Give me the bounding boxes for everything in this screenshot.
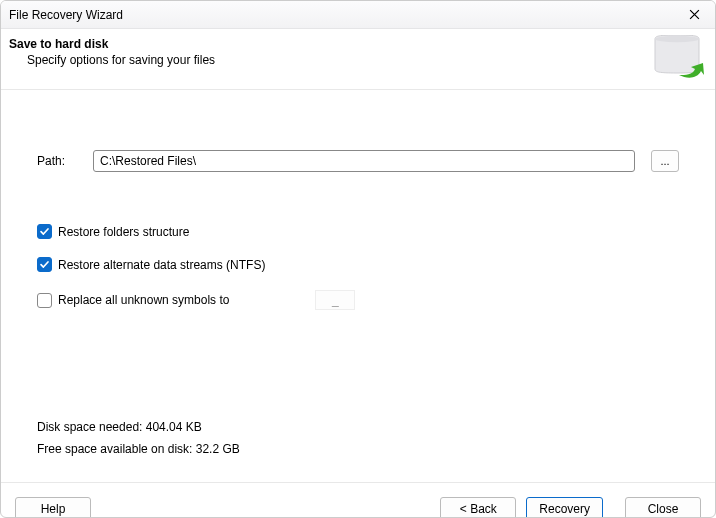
disk-needed-value: 404.04 KB [146,420,202,434]
close-icon[interactable] [673,1,715,29]
titlebar: File Recovery Wizard [1,1,715,29]
back-button[interactable]: < Back [440,497,516,519]
page-title: Save to hard disk [9,37,649,51]
disk-free-value: 32.2 GB [196,442,240,456]
replace-symbols-input [315,290,355,310]
path-input[interactable] [93,150,635,172]
disk-space-free: Free space available on disk: 32.2 GB [37,442,240,456]
disk-free-label: Free space available on disk: [37,442,192,456]
disk-space-needed: Disk space needed: 404.04 KB [37,420,240,434]
replace-symbols-label: Replace all unknown symbols to [58,293,229,307]
disk-needed-label: Disk space needed: [37,420,142,434]
window-title: File Recovery Wizard [9,8,673,22]
restore-streams-label: Restore alternate data streams (NTFS) [58,258,265,272]
replace-symbols-option[interactable]: Replace all unknown symbols to [37,290,679,310]
wizard-header-text: Save to hard disk Specify options for sa… [9,37,649,67]
hard-disk-recovery-icon [649,35,705,79]
restore-folders-option[interactable]: Restore folders structure [37,224,679,239]
path-label: Path: [37,154,77,168]
disk-info: Disk space needed: 404.04 KB Free space … [37,420,240,464]
svg-point-0 [655,36,699,42]
page-subtitle: Specify options for saving your files [27,53,649,67]
wizard-body: Path: ... Restore folders structure Rest… [1,90,715,482]
wizard-footer: Help < Back Recovery Close [1,482,715,518]
checkbox-unchecked-icon[interactable] [37,293,52,308]
options-group: Restore folders structure Restore altern… [37,224,679,310]
checkbox-checked-icon[interactable] [37,224,52,239]
wizard-header: Save to hard disk Specify options for sa… [1,29,715,90]
recovery-button[interactable]: Recovery [526,497,603,519]
restore-streams-option[interactable]: Restore alternate data streams (NTFS) [37,257,679,272]
close-button[interactable]: Close [625,497,701,519]
browse-button[interactable]: ... [651,150,679,172]
path-row: Path: ... [37,150,679,172]
help-button[interactable]: Help [15,497,91,519]
restore-folders-label: Restore folders structure [58,225,189,239]
checkbox-checked-icon[interactable] [37,257,52,272]
